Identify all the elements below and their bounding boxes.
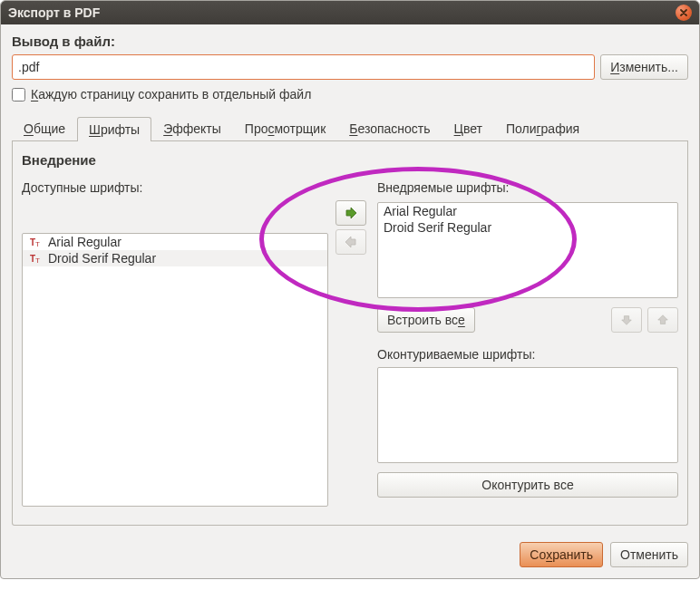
tab-color[interactable]: Цвет <box>442 116 494 140</box>
truetype-icon: TT <box>28 235 43 249</box>
arrow-left-icon <box>344 235 358 249</box>
available-fonts-label: Доступные шрифты: <box>22 180 328 195</box>
tab-general[interactable]: Общие <box>12 116 77 140</box>
arrow-down-icon <box>620 314 633 326</box>
close-icon[interactable] <box>676 5 692 21</box>
outline-fonts-list[interactable] <box>377 367 678 463</box>
tab-effects[interactable]: Эффекты <box>151 116 233 140</box>
output-file-input[interactable] <box>12 54 595 80</box>
embedding-section-label: Внедрение <box>22 152 678 168</box>
embed-all-button[interactable]: Встроить все <box>377 307 475 333</box>
truetype-icon: TT <box>28 251 43 266</box>
list-item[interactable]: TT Droid Serif Regular <box>23 250 327 266</box>
tab-body-fonts: Внедрение Доступные шрифты: TT Arial Reg… <box>12 141 688 526</box>
svg-text:T: T <box>35 256 40 265</box>
embed-fonts-label: Внедряемые шрифты: <box>377 180 678 195</box>
outline-fonts-label: Оконтуриваемые шрифты: <box>377 347 678 362</box>
move-down-button[interactable] <box>611 307 642 333</box>
embeddable-fonts-list[interactable]: Arial Regular Droid Serif Regular <box>377 202 678 298</box>
change-file-button[interactable]: Изменить... <box>600 54 688 80</box>
titlebar: Экспорт в PDF <box>1 1 699 24</box>
output-file-label: Вывод в файл: <box>12 34 688 49</box>
outline-all-button[interactable]: Оконтурить все <box>377 472 678 498</box>
dialog-export-pdf: Экспорт в PDF Вывод в файл: Изменить... … <box>0 0 700 579</box>
list-item[interactable]: TT Arial Regular <box>23 234 327 250</box>
tab-prepress[interactable]: Полиграфия <box>494 116 591 140</box>
arrow-right-icon <box>344 206 358 220</box>
tab-security[interactable]: Безопасность <box>337 116 442 140</box>
separate-files-checkbox[interactable] <box>12 88 25 102</box>
tab-fonts[interactable]: Шрифты <box>77 117 151 141</box>
add-font-button[interactable] <box>335 200 366 226</box>
cancel-button[interactable]: Отменить <box>610 542 688 567</box>
move-up-button[interactable] <box>647 307 678 333</box>
available-fonts-list[interactable]: TT Arial Regular TT Droid Serif Regular <box>22 233 328 507</box>
window-title: Экспорт в PDF <box>8 5 100 20</box>
tab-bar: Общие Шрифты Эффекты Просмотрщик Безопас… <box>12 116 688 141</box>
tab-viewer[interactable]: Просмотрщик <box>233 116 337 140</box>
separate-files-checkbox-row[interactable]: Каждую страницу сохранить в отдельный фа… <box>12 87 688 102</box>
save-button[interactable]: Сохранить <box>520 542 603 567</box>
svg-text:T: T <box>35 240 40 248</box>
list-item[interactable]: Arial Regular <box>378 203 677 219</box>
arrow-up-icon <box>656 314 669 326</box>
dialog-footer: Сохранить Отменить <box>1 535 699 578</box>
list-item[interactable]: Droid Serif Regular <box>378 219 677 236</box>
remove-font-button[interactable] <box>335 229 366 255</box>
separate-files-label: Каждую страницу сохранить в отдельный фа… <box>31 87 311 102</box>
